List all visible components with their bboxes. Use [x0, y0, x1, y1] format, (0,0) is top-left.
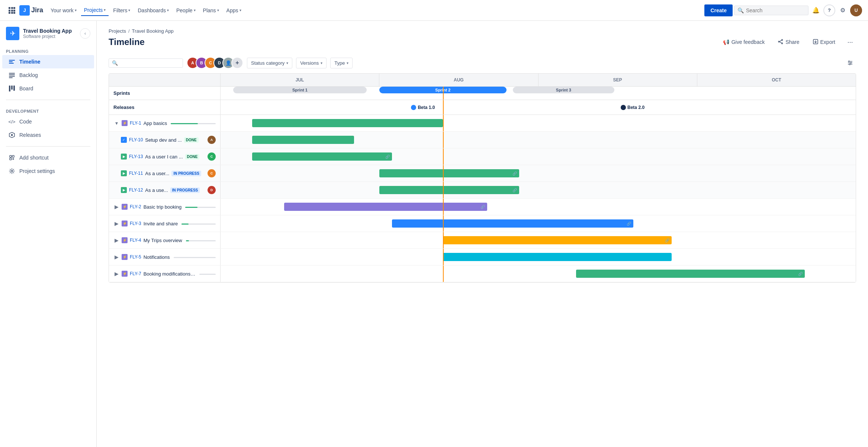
fly-12-bar[interactable]: 🔗 [379, 186, 519, 194]
svg-rect-7 [11, 12, 13, 14]
type-filter[interactable]: Type ▾ [330, 58, 353, 68]
sidebar-item-backlog[interactable]: Backlog [2, 68, 94, 82]
avatar-filter-group[interactable]: A B C D 👤 + [187, 57, 243, 69]
fly-11-bar[interactable]: 🔗 [379, 169, 519, 177]
svg-rect-22 [10, 158, 12, 160]
svg-rect-4 [11, 10, 13, 12]
fly-13-key[interactable]: FLY-13 [129, 154, 143, 159]
filters-menu[interactable]: Filters ▾ [110, 5, 133, 16]
add-shortcut-button[interactable]: Add shortcut [2, 151, 94, 164]
versions-filter[interactable]: Versions ▾ [296, 58, 327, 68]
sidebar-item-code[interactable]: </> Code [2, 115, 94, 128]
fly-12-key[interactable]: FLY-12 [129, 187, 143, 193]
svg-point-37 [851, 62, 852, 64]
share-button[interactable]: Share [774, 37, 804, 48]
project-settings-icon [8, 167, 16, 175]
fly-1-key[interactable]: FLY-1 [130, 120, 141, 126]
svg-point-19 [11, 134, 13, 136]
fly-5-bar[interactable] [443, 253, 672, 261]
add-shortcut-label: Add shortcut [19, 155, 49, 161]
search-input[interactable] [746, 7, 798, 13]
fly-5-key[interactable]: FLY-5 [130, 254, 141, 260]
svg-rect-0 [9, 7, 10, 9]
apps-menu[interactable]: Apps ▾ [224, 5, 244, 16]
fly-7-expand[interactable]: ▶ [113, 271, 119, 277]
fly-10-key[interactable]: FLY-10 [129, 137, 143, 142]
megaphone-icon: 📢 [723, 39, 729, 45]
user-avatar[interactable]: U [850, 4, 862, 16]
table-row: ▶ FLY-13 As a user I can ... DONE C 🔗 [109, 148, 856, 165]
sidebar-item-project-settings[interactable]: Project settings [2, 164, 94, 178]
your-work-menu[interactable]: Your work ▾ [48, 5, 80, 16]
fly-7-bar[interactable]: 🔗 [576, 270, 805, 278]
sprints-row: Sprints Sprint 1 Sprint 2 [109, 87, 856, 100]
fly-3-key[interactable]: FLY-3 [130, 221, 141, 226]
fly-2-label: ▶ ⚡ FLY-2 Basic trip booking [109, 199, 221, 215]
planning-section-label: PLANNING [0, 45, 96, 55]
fly-5-expand[interactable]: ▶ [113, 254, 119, 260]
sidebar-item-board[interactable]: Board [2, 82, 94, 95]
notifications-button[interactable]: 🔔 [810, 4, 822, 16]
export-button[interactable]: Export [808, 37, 840, 48]
projects-menu[interactable]: Projects ▾ [81, 5, 109, 16]
fly-3-name: Invite and share [144, 221, 178, 226]
grid-menu-button[interactable] [6, 4, 18, 16]
help-button[interactable]: ? [823, 4, 835, 16]
beta-1-marker[interactable]: Beta 1.0 [411, 105, 435, 110]
breadcrumb-app[interactable]: Travel Booking App [132, 28, 174, 34]
people-menu[interactable]: People ▾ [173, 5, 199, 16]
sprint-2-bar[interactable]: Sprint 2 [379, 87, 507, 93]
filter-search-icon: 🔍 [112, 60, 118, 66]
filter-search-bar[interactable]: 🔍 [109, 58, 183, 68]
table-row: ▶ ⚡ FLY-5 Notifications [109, 249, 856, 266]
fly-4-link-icon: 🔗 [665, 238, 669, 242]
dashboards-menu[interactable]: Dashboards ▾ [135, 5, 172, 16]
fly-2-bar[interactable]: 🔗 [284, 203, 488, 211]
releases-icon [8, 131, 16, 139]
fly-10-bar[interactable] [252, 136, 354, 144]
fly-7-key[interactable]: FLY-7 [130, 271, 141, 276]
backlog-icon [8, 71, 16, 79]
fly-4-bar[interactable]: 🔗 [443, 236, 672, 244]
fly-1-expand[interactable]: ▾ [113, 120, 119, 126]
avatar-filter-add[interactable]: + [231, 57, 243, 69]
table-row: ▶ ⚡ FLY-4 My Trips overview 🔗 [109, 232, 856, 249]
sidebar-item-timeline[interactable]: Timeline [2, 55, 94, 68]
fly-1-gantt [221, 115, 856, 131]
today-line-fly13 [443, 148, 444, 165]
fly-12-icon: ▶ [121, 187, 127, 193]
filter-search-input[interactable] [120, 60, 165, 66]
sidebar-project-header: ✈ Travel Booking App Software project ‹ [0, 21, 96, 45]
month-jul: JUL [221, 74, 379, 86]
fly-4-expand[interactable]: ▶ [113, 237, 119, 243]
fly-4-key[interactable]: FLY-4 [130, 238, 141, 243]
fly-3-expand[interactable]: ▶ [113, 221, 119, 226]
project-info: Travel Booking App Software project [23, 28, 76, 39]
settings-button[interactable]: ⚙ [837, 4, 849, 16]
fly-3-bar[interactable]: 🔗 [392, 219, 633, 228]
sidebar-collapse-button[interactable]: ‹ [80, 28, 90, 39]
fly-2-expand[interactable]: ▶ [113, 204, 119, 210]
breadcrumb-projects[interactable]: Projects [109, 28, 126, 34]
status-category-filter[interactable]: Status category ▾ [247, 58, 292, 68]
svg-rect-5 [13, 10, 15, 12]
plans-menu[interactable]: Plans ▾ [200, 5, 222, 16]
search-bar[interactable]: 🔍 Search [734, 6, 808, 15]
jira-logo[interactable]: J Jira [19, 5, 43, 16]
fly-1-bar[interactable] [252, 119, 443, 127]
project-icon: ✈ [6, 27, 19, 40]
give-feedback-button[interactable]: 📢 Give feedback [718, 37, 769, 47]
sprint-1-bar[interactable]: Sprint 1 [233, 87, 367, 93]
main-content: Projects / Travel Booking App Timeline 📢… [97, 21, 868, 447]
beta-2-marker[interactable]: Beta 2.0 [621, 105, 644, 110]
fly-11-key[interactable]: FLY-11 [129, 171, 143, 176]
board-label: Board [19, 86, 33, 91]
sidebar-item-releases[interactable]: Releases [2, 128, 94, 142]
fly-13-gantt: 🔗 [221, 148, 856, 165]
sprint-3-bar[interactable]: Sprint 3 [513, 87, 614, 93]
create-button[interactable]: Create [704, 4, 733, 16]
fly-2-key[interactable]: FLY-2 [130, 204, 141, 209]
view-settings-button[interactable] [844, 57, 856, 69]
fly-13-bar[interactable]: 🔗 [252, 152, 392, 161]
more-actions-button[interactable]: ··· [844, 36, 856, 48]
